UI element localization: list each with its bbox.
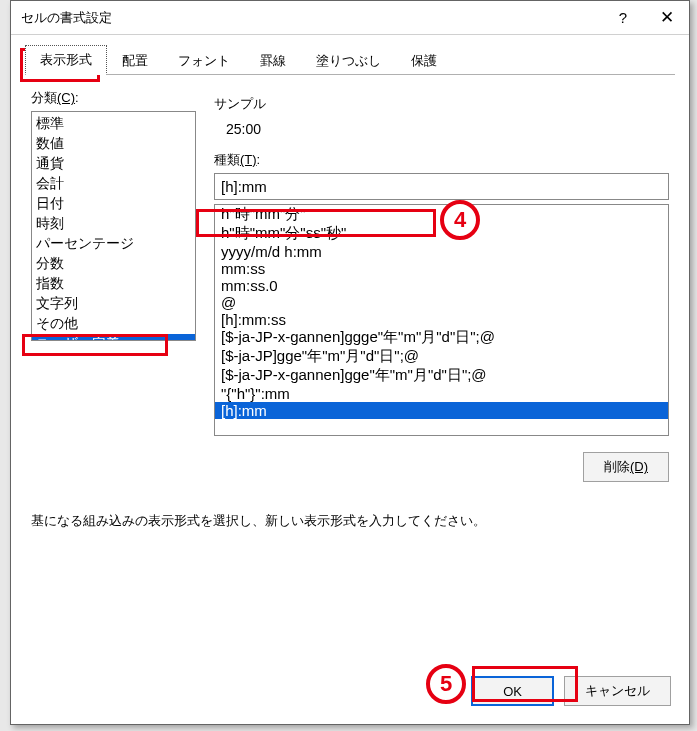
type-item[interactable]: [$-ja-JP-x-gannen]ggge"年"m"月"d"日";@	[215, 328, 668, 347]
type-item[interactable]: [h]:mm:ss	[215, 311, 668, 328]
format-cells-dialog: セルの書式設定 ? ✕ 表示形式配置フォント罫線塗りつぶし保護 分類(C): 標…	[10, 0, 690, 725]
delete-button[interactable]: 削除(D)	[583, 452, 669, 482]
type-item[interactable]: mm:ss	[215, 260, 668, 277]
category-item[interactable]: 文字列	[32, 294, 195, 314]
type-label: 種類(T):	[214, 151, 669, 169]
tab-罫線[interactable]: 罫線	[245, 46, 301, 75]
category-item[interactable]: 時刻	[32, 214, 195, 234]
tab-配置[interactable]: 配置	[107, 46, 163, 75]
tab-フォント[interactable]: フォント	[163, 46, 245, 75]
category-label: 分類(C):	[31, 89, 196, 107]
category-list[interactable]: 標準数値通貨会計日付時刻パーセンテージ分数指数文字列その他ユーザー定義	[31, 111, 196, 341]
type-item[interactable]: mm:ss.0	[215, 277, 668, 294]
tab-表示形式[interactable]: 表示形式	[25, 45, 107, 75]
sample-value: 25:00	[214, 121, 669, 137]
close-button[interactable]: ✕	[645, 1, 689, 35]
category-item[interactable]: その他	[32, 314, 195, 334]
ok-button[interactable]: OK	[471, 676, 554, 706]
tab-塗りつぶし[interactable]: 塗りつぶし	[301, 46, 396, 75]
category-item[interactable]: 指数	[32, 274, 195, 294]
help-text: 基になる組み込みの表示形式を選択し、新しい表示形式を入力してください。	[31, 512, 669, 530]
type-list[interactable]: h"時"mm"分"h"時"mm"分"ss"秒"yyyy/m/d h:mmmm:s…	[214, 204, 669, 436]
help-icon: ?	[619, 9, 627, 26]
type-input[interactable]	[214, 173, 669, 200]
category-item[interactable]: パーセンテージ	[32, 234, 195, 254]
type-item[interactable]: h"時"mm"分"ss"秒"	[215, 224, 668, 243]
type-item[interactable]: @	[215, 294, 668, 311]
help-button[interactable]: ?	[601, 1, 645, 35]
category-item[interactable]: 通貨	[32, 154, 195, 174]
category-item[interactable]: 分数	[32, 254, 195, 274]
tab-strip: 表示形式配置フォント罫線塗りつぶし保護	[11, 35, 689, 75]
category-item[interactable]: 標準	[32, 114, 195, 134]
category-item[interactable]: 数値	[32, 134, 195, 154]
category-item[interactable]: 会計	[32, 174, 195, 194]
type-item[interactable]: h"時"mm"分"	[215, 205, 668, 224]
type-item[interactable]: yyyy/m/d h:mm	[215, 243, 668, 260]
titlebar: セルの書式設定 ? ✕	[11, 1, 689, 35]
type-item[interactable]: [$-ja-JP]gge"年"m"月"d"日";@	[215, 347, 668, 366]
sample-label: サンプル	[214, 95, 669, 113]
cancel-button[interactable]: キャンセル	[564, 676, 671, 706]
type-item[interactable]: [$-ja-JP-x-gannen]gge"年"m"月"d"日";@	[215, 366, 668, 385]
type-item[interactable]: [h]:mm	[215, 402, 668, 419]
category-item[interactable]: 日付	[32, 194, 195, 214]
close-icon: ✕	[660, 7, 674, 28]
tab-保護[interactable]: 保護	[396, 46, 452, 75]
category-item[interactable]: ユーザー定義	[32, 334, 195, 341]
dialog-title: セルの書式設定	[21, 9, 601, 27]
dialog-buttons: OK キャンセル	[11, 662, 689, 724]
type-item[interactable]: "{"h"}":mm	[215, 385, 668, 402]
